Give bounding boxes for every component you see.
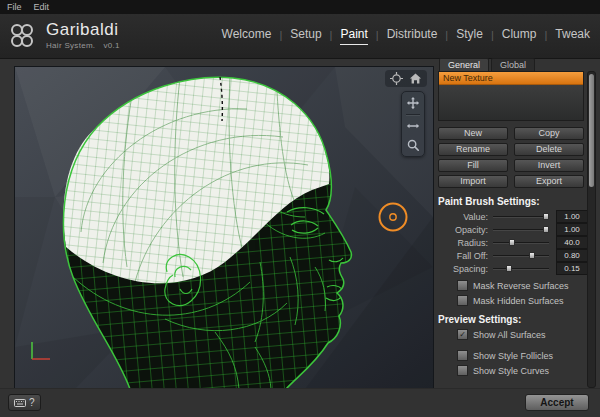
mask-hidden-surfaces-checkbox[interactable] — [457, 295, 468, 306]
fall-off-label: Fall Off: — [438, 251, 488, 261]
brush-sliders: Value:1.00Opacity:1.00Radius:40.0Fall Of… — [438, 210, 596, 275]
value-value[interactable]: 1.00 — [556, 210, 588, 223]
mask-hidden-surfaces-label: Mask Hidden Surfaces — [473, 296, 564, 306]
texture-list[interactable]: New Texture — [438, 71, 584, 121]
nav-tab-tweak[interactable]: Tweak — [555, 27, 590, 45]
viewport-toolbar — [401, 91, 425, 157]
nav-separator: | — [376, 29, 379, 44]
fall-off-slider-handle[interactable] — [529, 252, 535, 259]
crosshair-icon[interactable] — [390, 72, 403, 85]
nav-separator: | — [279, 29, 282, 44]
app-title: Garibaldi — [46, 20, 120, 40]
radius-label: Radius: — [438, 238, 488, 248]
fall-off-slider[interactable] — [493, 251, 549, 260]
track-icon[interactable] — [405, 118, 421, 134]
toolbar-divider — [406, 114, 420, 115]
settings-panel: GeneralGlobal New Texture NewCopyRenameD… — [438, 58, 596, 388]
zoom-icon[interactable] — [405, 137, 421, 153]
nav-separator: | — [330, 29, 333, 44]
preview-settings-title: Preview Settings: — [438, 314, 596, 325]
opacity-label: Opacity: — [438, 225, 488, 235]
nav-separator: | — [445, 29, 448, 44]
spacing-slider-handle[interactable] — [506, 265, 512, 272]
help-button[interactable]: ? — [8, 394, 41, 411]
home-icon[interactable] — [409, 72, 422, 85]
spacing-slider[interactable] — [493, 264, 549, 273]
panel-tab-global[interactable]: Global — [491, 58, 535, 71]
fall-off-value[interactable]: 0.80 — [556, 249, 588, 262]
opacity-value[interactable]: 1.00 — [556, 223, 588, 236]
viewport-3d[interactable] — [14, 66, 434, 390]
nav-separator: | — [544, 29, 547, 44]
show-style-curves-label: Show Style Curves — [473, 366, 549, 376]
title-block: Garibaldi Hair System.v0.1 — [46, 20, 120, 50]
accept-button[interactable]: Accept — [525, 394, 589, 411]
menu-file[interactable]: File — [7, 2, 22, 12]
rename-button[interactable]: Rename — [438, 143, 508, 156]
scene-svg — [15, 67, 433, 389]
panel-scrollbar[interactable] — [587, 71, 596, 388]
main-nav: Welcome|Setup|Paint|Distribute|Style|Clu… — [222, 14, 590, 58]
nav-separator: | — [491, 29, 494, 44]
footer-bar: ? Accept — [0, 388, 600, 417]
new-button[interactable]: New — [438, 127, 508, 140]
brush-settings-title: Paint Brush Settings: — [438, 196, 596, 207]
value-slider-handle[interactable] — [543, 213, 549, 220]
preview-checkboxes: ✓Show All SurfacesShow Style FolliclesSh… — [438, 329, 596, 376]
spacing-label: Spacing: — [438, 264, 488, 274]
garibaldi-logo-icon — [11, 23, 37, 49]
mask-checkboxes: Mask Reverse SurfacesMask Hidden Surface… — [438, 280, 596, 306]
fill-button[interactable]: Fill — [438, 159, 508, 172]
show-all-surfaces-label: Show All Surfaces — [473, 330, 546, 340]
radius-value[interactable]: 40.0 — [556, 236, 588, 249]
delete-button[interactable]: Delete — [514, 143, 584, 156]
help-button-label: ? — [29, 397, 35, 408]
nav-tab-welcome[interactable]: Welcome — [222, 27, 272, 45]
nav-tab-setup[interactable]: Setup — [290, 27, 321, 45]
show-all-surfaces-checkbox[interactable]: ✓ — [457, 329, 468, 340]
viewport-corner-tools — [385, 70, 427, 87]
radius-slider[interactable] — [493, 238, 549, 247]
keyboard-icon — [14, 399, 26, 407]
app-subtitle-text: Hair System. — [46, 41, 95, 50]
menubar: FileEdit — [0, 0, 600, 14]
import-button[interactable]: Import — [438, 175, 508, 188]
menu-edit[interactable]: Edit — [34, 2, 50, 12]
app-version: v0.1 — [103, 41, 119, 50]
texture-actions: NewCopyRenameDeleteFillInvertImportExpor… — [438, 127, 584, 188]
nav-tab-clump[interactable]: Clump — [502, 27, 537, 45]
opacity-slider-handle[interactable] — [543, 226, 549, 233]
copy-button[interactable]: Copy — [514, 127, 584, 140]
spacing-value[interactable]: 0.15 — [556, 262, 588, 275]
nav-tab-paint[interactable]: Paint — [340, 27, 367, 45]
show-style-follicles-checkbox[interactable] — [457, 350, 468, 361]
app-subtitle: Hair System.v0.1 — [46, 41, 120, 50]
opacity-slider[interactable] — [493, 225, 549, 234]
pan-icon[interactable] — [405, 95, 421, 111]
value-slider[interactable] — [493, 212, 549, 221]
panel-tabs: GeneralGlobal — [439, 58, 596, 71]
invert-button[interactable]: Invert — [514, 159, 584, 172]
mask-reverse-surfaces-label: Mask Reverse Surfaces — [473, 281, 569, 291]
mask-reverse-surfaces-checkbox[interactable] — [457, 280, 468, 291]
panel-scrollbar-thumb[interactable] — [589, 74, 594, 187]
value-label: Value: — [438, 212, 488, 222]
nav-tab-style[interactable]: Style — [456, 27, 483, 45]
panel-tab-general[interactable]: General — [439, 58, 489, 71]
export-button[interactable]: Export — [514, 175, 584, 188]
show-style-follicles-label: Show Style Follicles — [473, 351, 553, 361]
show-style-curves-checkbox[interactable] — [457, 365, 468, 376]
app-window: FileEdit Garibaldi Hair System.v0.1 Welc… — [0, 0, 600, 417]
nav-tab-distribute[interactable]: Distribute — [387, 27, 438, 45]
radius-slider-handle[interactable] — [509, 239, 515, 246]
header: Garibaldi Hair System.v0.1 Welcome|Setup… — [0, 14, 600, 59]
texture-item-new-texture[interactable]: New Texture — [439, 72, 583, 85]
